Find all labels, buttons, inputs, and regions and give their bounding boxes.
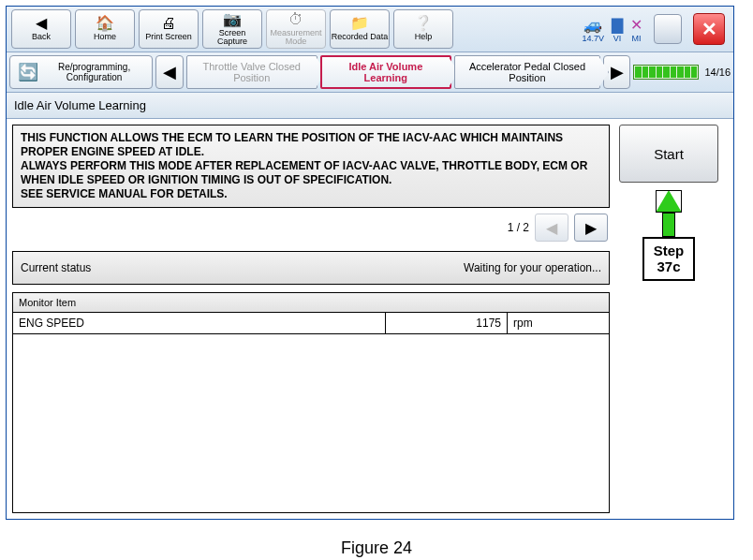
progress-count: 14/16 <box>704 66 731 78</box>
mi-x-icon: ✕ <box>630 16 642 34</box>
monitor-header: Monitor Item <box>13 293 609 313</box>
callout: Step 37c <box>642 190 696 281</box>
monitor-row: ENG SPEED 1175 rpm <box>13 313 609 334</box>
top-toolbar: ◀ Back 🏠 Home 🖨 Print Screen 📷 Screen Ca… <box>7 7 733 52</box>
car-icon: 🚙 <box>583 16 602 34</box>
camera-icon: 📷 <box>223 12 242 27</box>
monitor-item-value: 1175 <box>386 313 508 333</box>
step-next-label: Accelerator Pedal Closed Position <box>465 61 590 83</box>
measurement-mode-button[interactable]: ⏱ Measurement Mode <box>266 9 326 49</box>
status-block: 🚙 14.7V ▇ VI ✕ MI ✕ <box>576 13 731 45</box>
reprog-label: Re/programming, Configuration <box>44 62 144 82</box>
callout-label: Step 37c <box>642 237 696 281</box>
page-title: Idle Air Volume Learning <box>7 93 733 119</box>
main-panel: THIS FUNCTION ALLOWS THE ECM TO LEARN TH… <box>7 119 733 519</box>
pager-prev-button[interactable]: ◀ <box>535 214 568 242</box>
breadcrumb-bar: 🔄 Re/programming, Configuration ◀ Thrott… <box>7 52 733 93</box>
mi-label: MI <box>632 34 642 43</box>
capture-label: Screen Capture <box>203 29 261 47</box>
monitor-item-unit: rpm <box>508 313 609 333</box>
start-button[interactable]: Start <box>619 125 718 183</box>
figure-caption: Figure 24 <box>0 525 753 560</box>
vi-icon: ▇ <box>612 16 623 34</box>
help-button[interactable]: ❔ Help <box>393 9 453 49</box>
back-arrow-icon: ◀ <box>36 16 47 31</box>
pager-count: 1 / 2 <box>508 221 529 234</box>
folder-icon: 📁 <box>350 16 369 31</box>
help-label: Help <box>415 33 433 41</box>
reprogramming-button[interactable]: 🔄 Re/programming, Configuration <box>9 55 153 89</box>
print-label: Print Screen <box>145 33 192 41</box>
app-window: ◀ Back 🏠 Home 🖨 Print Screen 📷 Screen Ca… <box>6 6 734 520</box>
description-box: THIS FUNCTION ALLOWS THE ECM TO LEARN TH… <box>12 125 610 208</box>
recorded-data-button[interactable]: 📁 Recorded Data <box>330 9 390 49</box>
progress-bar <box>633 65 699 80</box>
voltage-status: 🚙 14.7V <box>582 16 604 43</box>
home-icon: 🏠 <box>96 16 114 31</box>
step-prev: Throttle Valve Closed Position <box>186 55 317 89</box>
progress-block: 14/16 <box>633 65 731 80</box>
mi-status: ✕ MI <box>630 16 642 43</box>
pager-next-button[interactable]: ▶ <box>574 214 608 242</box>
close-button[interactable]: ✕ <box>693 13 725 45</box>
pager: 1 / 2 ◀ ▶ <box>12 208 610 247</box>
current-status-row: Current status Waiting for your operatio… <box>12 251 610 285</box>
current-status-value: Waiting for your operation... <box>238 252 609 284</box>
breadcrumb-prev-button[interactable]: ◀ <box>155 55 183 89</box>
monitor-body-empty <box>13 334 609 512</box>
screen-capture-button[interactable]: 📷 Screen Capture <box>202 9 262 49</box>
step-active: Idle Air Volume Learning <box>320 55 451 89</box>
arrow-up-icon <box>656 190 682 213</box>
back-label: Back <box>32 33 51 41</box>
step-next: Accelerator Pedal Closed Position <box>454 55 600 89</box>
voltage-value: 14.7V <box>582 34 604 43</box>
step-active-label: Idle Air Volume Learning <box>332 61 440 83</box>
vi-label: VI <box>613 34 622 43</box>
printer-icon: 🖨 <box>161 16 176 31</box>
home-button[interactable]: 🏠 Home <box>75 9 135 49</box>
help-icon: ❔ <box>414 16 433 31</box>
back-button[interactable]: ◀ Back <box>11 9 71 49</box>
measure-label: Measurement Mode <box>267 29 325 47</box>
print-screen-button[interactable]: 🖨 Print Screen <box>139 9 199 49</box>
gauge-icon: ⏱ <box>288 12 303 27</box>
step-prev-label: Throttle Valve Closed Position <box>197 61 307 83</box>
current-status-label: Current status <box>13 252 238 284</box>
monitor-item-name: ENG SPEED <box>13 313 386 333</box>
monitor-table: Monitor Item ENG SPEED 1175 rpm <box>12 292 610 513</box>
gear-sync-icon: 🔄 <box>18 62 38 82</box>
home-label: Home <box>94 33 116 41</box>
recorded-label: Recorded Data <box>332 33 389 41</box>
vi-status: ▇ VI <box>612 16 623 43</box>
minimize-button[interactable] <box>654 14 682 44</box>
arrow-stem <box>662 213 675 237</box>
